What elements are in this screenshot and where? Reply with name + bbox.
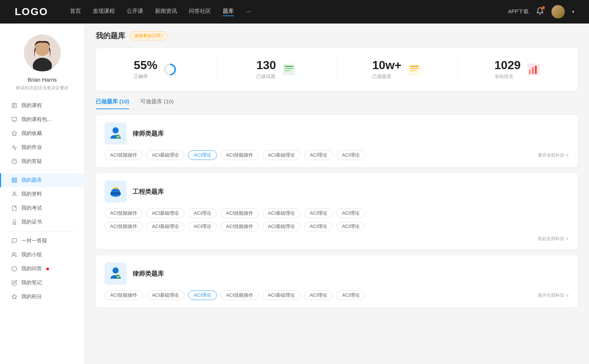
bank-card-tags-3: ACI技能操作 ACI基础理论 ACI理论 ACI技能操作 ACI基础理论 AC…: [105, 290, 569, 300]
tag-3-3[interactable]: ACI技能操作: [221, 290, 259, 300]
nav-news[interactable]: 新闻资讯: [155, 8, 177, 16]
sidebar-item-certificate[interactable]: 我的证书: [0, 215, 84, 229]
sidebar-username: Brian Harris: [28, 76, 57, 83]
expand-link-1[interactable]: 展开全部科目 ∨: [538, 152, 569, 158]
tag-1-5[interactable]: ACI理论: [304, 150, 333, 160]
sidebar-item-1on1-qa[interactable]: 一对一答疑: [0, 234, 84, 248]
tag-3-2[interactable]: ACI理论: [188, 290, 217, 300]
points-icon: [11, 293, 18, 300]
bank-card-lawyer-3: 律师类题库 ACI技能操作 ACI基础理论 ACI理论 ACI技能操作 ACI基…: [96, 255, 578, 307]
engineer-bank-icon: [105, 181, 127, 203]
nav-open-course[interactable]: 公开课: [127, 8, 143, 16]
svg-rect-32: [410, 70, 416, 71]
sidebar-motto: 错误的决定比没有决定要好: [16, 85, 69, 91]
sidebar-item-my-group[interactable]: 我的小组: [0, 248, 84, 262]
page-wrapper: Brian Harris 错误的决定比没有决定要好 我的课程 我的课程包...: [0, 24, 589, 364]
tag-2-r2-1[interactable]: ACI基础理论: [147, 222, 185, 231]
nav-home[interactable]: 首页: [70, 8, 81, 16]
q-icon: [11, 265, 18, 272]
tag-2-r2-2[interactable]: ACI理论: [188, 222, 217, 231]
tag-2-0[interactable]: ACI技能操作: [105, 208, 143, 218]
star-icon: [11, 130, 18, 137]
page-header: 我的题库 体验剩余23天!: [96, 31, 578, 41]
sidebar-item-my-exam[interactable]: 我的考试: [0, 201, 84, 215]
svg-rect-14: [15, 178, 17, 180]
tag-3-0[interactable]: ACI技能操作: [105, 290, 143, 300]
sidebar-item-my-profile[interactable]: 我的资料: [0, 187, 84, 201]
user-avatar[interactable]: [551, 5, 565, 18]
stat-accuracy: 55% 正确率: [96, 56, 216, 83]
tag-2-r2-3[interactable]: ACI技能操作: [221, 222, 259, 231]
tag-2-4[interactable]: ACI基础理论: [262, 208, 301, 218]
sidebar-menu: 我的课程 我的课程包... 我的收藏 我的作业: [0, 99, 84, 304]
sidebar-item-my-points[interactable]: 我的积分: [0, 290, 84, 304]
nav-discover[interactable]: 发现课程: [93, 8, 115, 16]
stat-site-rank: 1029 全站排名: [458, 56, 578, 83]
file2-icon: [11, 205, 18, 211]
nav-more[interactable]: ···: [246, 8, 251, 16]
tag-2-2[interactable]: ACI理论: [188, 208, 217, 218]
svg-point-42: [113, 267, 119, 274]
bank-card-title-3: 律师类题库: [133, 270, 164, 278]
tab-done-banks[interactable]: 已做题库 (10): [96, 98, 129, 109]
svg-rect-30: [410, 66, 419, 67]
user-menu-chevron[interactable]: ▾: [572, 9, 574, 14]
svg-rect-28: [285, 70, 290, 71]
tag-1-1[interactable]: ACI基础理论: [147, 150, 185, 160]
tag-3-6[interactable]: ACI理论: [336, 290, 365, 300]
svg-rect-41: [113, 188, 117, 189]
stat-done-banks-label: 已做题库: [372, 73, 401, 80]
sidebar-item-my-questions[interactable]: 我的问答: [0, 262, 84, 276]
app-download-btn[interactable]: APP下载: [508, 8, 529, 15]
tag-1-2[interactable]: ACI理论: [188, 150, 217, 160]
tag-2-r2-5[interactable]: ACI理论: [304, 222, 333, 231]
bank-card-tags-1: ACI技能操作 ACI基础理论 ACI理论 ACI技能操作 ACI基础理论 AC…: [105, 150, 569, 160]
donut-icon: [162, 62, 178, 77]
tag-1-0[interactable]: ACI技能操作: [105, 150, 143, 160]
sidebar-item-homework[interactable]: 我的作业: [0, 140, 84, 154]
tag-3-5[interactable]: ACI理论: [304, 290, 333, 300]
collapse-link-2[interactable]: 收起全部科目 ∧: [538, 236, 569, 241]
table-green-icon: [281, 62, 297, 77]
lawyer-bank-icon-1: [105, 122, 127, 144]
tag-2-r2-6[interactable]: ACI理论: [336, 222, 365, 231]
notification-bell[interactable]: [536, 7, 544, 17]
tag-1-3[interactable]: ACI技能操作: [221, 150, 259, 160]
tag-2-1[interactable]: ACI基础理论: [147, 208, 185, 218]
sidebar: Brian Harris 错误的决定比没有决定要好 我的课程 我的课程包...: [0, 24, 85, 364]
trial-badge: 体验剩余23天!: [130, 31, 167, 40]
divider2: [7, 231, 77, 232]
doc-icon: [11, 144, 18, 151]
person-icon: [11, 191, 18, 197]
sidebar-item-question-bank[interactable]: 我的题库: [0, 173, 84, 187]
tag-2-3[interactable]: ACI技能操作: [221, 208, 259, 218]
tab-todo-banks[interactable]: 可做题库 (10): [140, 98, 174, 109]
svg-rect-7: [12, 117, 17, 121]
tag-2-6[interactable]: ACI理论: [336, 208, 365, 218]
svg-rect-31: [410, 68, 419, 69]
stat-done-banks-value: 10w+: [372, 59, 401, 71]
expand-link-3[interactable]: 展开全部科目 ∨: [538, 292, 569, 299]
tag-3-4[interactable]: ACI基础理论: [262, 290, 301, 300]
tag-2-r2-0[interactable]: ACI技能操作: [105, 222, 143, 231]
tag-1-4[interactable]: ACI基础理论: [262, 150, 301, 160]
sidebar-item-favorites[interactable]: 我的收藏: [0, 126, 84, 140]
tag-2-5[interactable]: ACI理论: [304, 208, 333, 218]
tag-3-1[interactable]: ACI基础理论: [147, 290, 185, 300]
sidebar-item-my-qa[interactable]: 我的答疑: [0, 154, 84, 168]
divider1: [7, 171, 77, 171]
nav-qa[interactable]: 问答社区: [189, 8, 211, 16]
stat-site-rank-label: 全站排名: [494, 73, 521, 80]
svg-point-19: [13, 253, 14, 254]
sidebar-item-my-notes[interactable]: 我的笔记: [0, 276, 84, 290]
nav-question-bank[interactable]: 题库: [223, 8, 234, 16]
bank-card-header-2: 工程类题库: [105, 181, 569, 203]
sidebar-avatar: [24, 35, 61, 71]
chat-icon: [11, 238, 18, 244]
logo[interactable]: LOGO: [15, 6, 48, 18]
svg-rect-13: [12, 178, 14, 180]
sidebar-item-my-courses[interactable]: 我的课程: [0, 99, 84, 113]
sidebar-item-course-package[interactable]: 我的课程包...: [0, 113, 84, 126]
tag-1-6[interactable]: ACI理论: [336, 150, 365, 160]
tag-2-r2-4[interactable]: ACI基础理论: [262, 222, 301, 231]
